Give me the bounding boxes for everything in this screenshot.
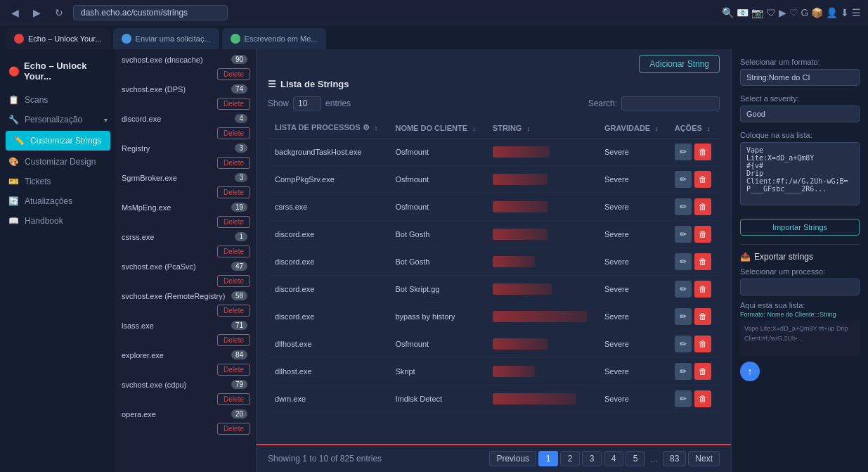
- edit-btn-1[interactable]: ✏: [675, 171, 692, 188]
- export-process-label: Selecionar um processo:: [740, 267, 860, 276]
- edit-btn-0[interactable]: ✏: [675, 143, 692, 160]
- sidebar-item-atualizacoes[interactable]: 🔄 Atualizações: [0, 191, 116, 211]
- tab-2[interactable]: Escrevendo em Me...: [222, 28, 326, 49]
- page-btn-83[interactable]: 83: [663, 451, 686, 466]
- delete-row-btn-1[interactable]: 🗑: [694, 171, 711, 188]
- process-name: MsMpEng.exe: [122, 203, 231, 212]
- delete-row-btn-7[interactable]: 🗑: [694, 336, 711, 352]
- show-input[interactable]: [293, 96, 321, 110]
- delete-btn-8[interactable]: Delete: [217, 305, 250, 317]
- forward-btn[interactable]: ▶: [29, 6, 45, 20]
- delete-row-btn-0[interactable]: 🗑: [694, 143, 711, 160]
- cell-actions: ✏ 🗑: [668, 385, 720, 413]
- edit-btn-7[interactable]: ✏: [675, 336, 692, 352]
- sidebar-item-handbook[interactable]: 📖 Handbook: [0, 211, 116, 231]
- add-string-button[interactable]: Adicionar String: [639, 55, 720, 73]
- prev-button[interactable]: Previous: [489, 451, 536, 466]
- delete-btn-10[interactable]: Delete: [217, 364, 250, 376]
- delete-btn-2[interactable]: Delete: [217, 127, 250, 139]
- table-row: discord.exe Bot Gosth ████ Severe ✏ 🗑: [268, 248, 720, 276]
- process-name: svchost.exe (DPS): [122, 85, 231, 94]
- delete-btn-9[interactable]: Delete: [217, 334, 250, 346]
- sidebar-item-personalizacao[interactable]: 🔧 Personalização ▾: [0, 110, 116, 129]
- list-item: MsMpEng.exe 19: [122, 203, 250, 212]
- url-bar[interactable]: dash.echo.ac/custom/strings: [73, 5, 228, 20]
- sidebar-item-scans[interactable]: 📋 Scans: [0, 90, 116, 110]
- export-process-input[interactable]: [740, 279, 860, 295]
- cell-process: dllhost.exe: [268, 358, 388, 385]
- sidebar-item-customizar-design[interactable]: 🎨 Customizar Design: [0, 152, 116, 172]
- delete-btn-7[interactable]: Delete: [217, 275, 250, 287]
- search-label: Search:: [588, 98, 617, 108]
- table-controls: Show entries Search:: [268, 96, 720, 110]
- page-btn-4[interactable]: 4: [604, 451, 623, 466]
- next-button[interactable]: Next: [688, 451, 720, 466]
- col-severity: GRAVIDADE ↕: [597, 117, 668, 139]
- back-btn[interactable]: ◀: [7, 6, 23, 20]
- sidebar-item-tickets[interactable]: 🎫 Tickets: [0, 172, 116, 191]
- delete-row-btn-4[interactable]: 🗑: [694, 253, 711, 270]
- page-btn-3[interactable]: 3: [582, 451, 602, 466]
- process-badge: 19: [231, 203, 247, 212]
- reload-btn[interactable]: ↻: [51, 6, 67, 20]
- delete-row-btn-8[interactable]: 🗑: [694, 363, 711, 380]
- process-name: opera.exe: [122, 410, 231, 419]
- cell-client: Bot Gosth: [388, 221, 485, 248]
- edit-btn-9[interactable]: ✏: [675, 390, 692, 407]
- delete-row-btn-9[interactable]: 🗑: [694, 390, 711, 407]
- edit-btn-3[interactable]: ✏: [675, 226, 692, 243]
- page-btn-1[interactable]: 1: [538, 451, 558, 466]
- page-btn-2[interactable]: 2: [560, 451, 580, 466]
- table-title-icon: ☰: [268, 79, 276, 89]
- delete-row-btn-2[interactable]: 🗑: [694, 198, 711, 215]
- import-strings-button[interactable]: Importar Strings: [740, 219, 860, 236]
- delete-row-btn-3[interactable]: 🗑: [694, 226, 711, 243]
- edit-btn-6[interactable]: ✏: [675, 308, 692, 325]
- process-name: SgrmBroker.exe: [122, 174, 235, 182]
- search-input[interactable]: [621, 96, 720, 110]
- tab-0[interactable]: Echo – Unlock Your...: [6, 28, 110, 49]
- delete-row-btn-6[interactable]: 🗑: [694, 308, 711, 325]
- strings-icon: ✏️: [14, 136, 25, 146]
- tab-1[interactable]: Enviar uma solicitaç...: [113, 28, 219, 49]
- delete-btn-6[interactable]: Delete: [217, 245, 250, 257]
- cell-actions: ✏ 🗑: [668, 139, 720, 166]
- edit-btn-8[interactable]: ✏: [675, 363, 692, 380]
- process-name: discord.exe: [122, 115, 235, 123]
- delete-btn-5[interactable]: Delete: [217, 216, 250, 228]
- delete-btn-4[interactable]: Delete: [217, 186, 250, 198]
- format-input[interactable]: [740, 69, 860, 86]
- edit-btn-2[interactable]: ✏: [675, 198, 692, 215]
- updates-icon: 🔄: [8, 196, 19, 206]
- delete-btn-12[interactable]: Delete: [217, 423, 250, 435]
- sidebar-item-customizar-strings[interactable]: ✏️ Customizar Strings: [6, 131, 110, 151]
- process-badge: 90: [231, 55, 247, 64]
- edit-btn-5[interactable]: ✏: [675, 281, 692, 298]
- table-area: ☰ Lista de Strings Show entries Search: …: [257, 79, 731, 444]
- delete-row-btn-5[interactable]: 🗑: [694, 281, 711, 298]
- table-row: dllhost.exe Skript ████ Severe ✏ 🗑: [268, 358, 720, 385]
- show-label: Show: [268, 98, 289, 108]
- cell-actions: ✏ 🗑: [668, 303, 720, 331]
- col-string: STRING ↕: [486, 117, 597, 139]
- severity-input[interactable]: [740, 106, 860, 122]
- delete-btn-3[interactable]: Delete: [217, 157, 250, 169]
- scroll-top-button[interactable]: ↑: [740, 362, 760, 381]
- table-row: dllhost.exe Osfmount ████████ Severe ✏ 🗑: [268, 331, 720, 358]
- delete-btn-1[interactable]: Delete: [217, 98, 250, 110]
- process-name: lsass.exe: [122, 321, 231, 330]
- browser-toolbar: 🔍 📧 📷 🛡 ▶ ♡ G 📦 👤 ⬇ ☰: [722, 7, 861, 18]
- process-name: svchost.exe (RemoteRegistry): [122, 292, 231, 300]
- export-title-text: Exportar strings: [754, 252, 813, 262]
- edit-btn-4[interactable]: ✏: [675, 253, 692, 270]
- list-textarea[interactable]: Vape Lite:X=dD_a+Qm8Y #{v# Drip Client:#…: [740, 142, 860, 205]
- pagination-info: Showing 1 to 10 of 825 entries: [268, 454, 382, 464]
- export-title: 📤 Exportar strings: [740, 252, 860, 262]
- cell-process: backgroundTaskHost.exe: [268, 139, 388, 166]
- delete-btn-11[interactable]: Delete: [217, 393, 250, 405]
- list-item: svchost.exe (DPS) 74: [122, 84, 250, 94]
- process-badge: 20: [231, 409, 247, 419]
- table-row: dwm.exe Imdisk Detect ████████ i ████ Se…: [268, 385, 720, 413]
- delete-btn-0[interactable]: Delete: [217, 68, 250, 80]
- page-btn-5[interactable]: 5: [626, 451, 645, 466]
